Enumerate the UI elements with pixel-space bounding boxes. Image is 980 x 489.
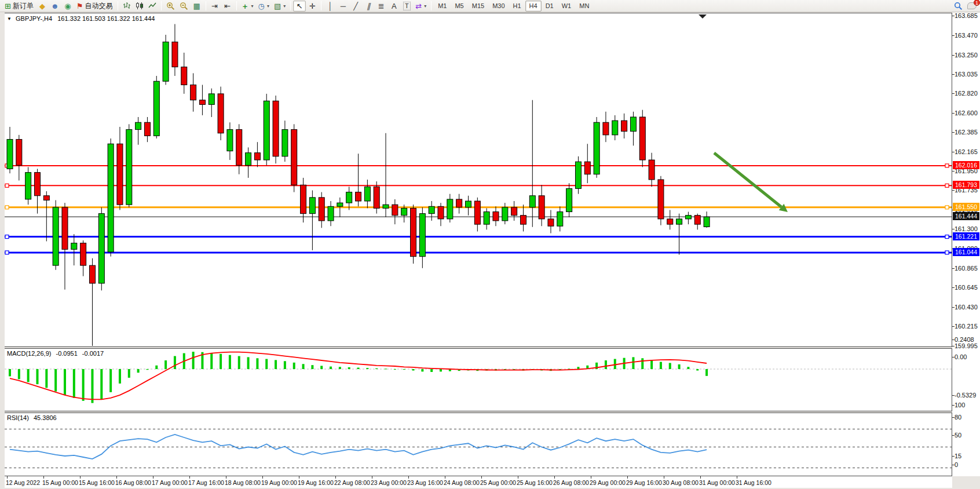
tick-mark (262, 476, 263, 479)
new-order-button[interactable]: ⊞ 新订单 (2, 1, 36, 12)
tick-mark (737, 476, 737, 479)
zoom-out-icon (180, 2, 188, 10)
chevron-down-icon: ▾ (267, 3, 269, 9)
time-tick: 23 Aug 00:00 (371, 479, 407, 486)
zoom-out-button[interactable] (177, 1, 191, 12)
accounts-button[interactable]: ☻ (49, 1, 61, 12)
cursor-tool-button[interactable]: ↖ (293, 1, 306, 12)
price-level-badge: 161.793 (953, 181, 979, 189)
macd-label: MACD(12,26,9) -0.0951 -0.0017 (7, 350, 104, 357)
new-order-icon: ⊞ (5, 2, 11, 10)
macd-panel[interactable] (5, 348, 952, 411)
cursor-icon: ↖ (297, 2, 303, 10)
tick-mark (518, 476, 518, 479)
tick-mark (627, 476, 628, 479)
price-tick: 163.685 (955, 12, 978, 19)
separator (431, 1, 432, 10)
price-panel[interactable] (5, 13, 952, 347)
price-tick: 160.430 (955, 304, 978, 311)
timeframe-d1[interactable]: D1 (542, 1, 558, 12)
timeframe-m5[interactable]: M5 (451, 1, 467, 12)
signal-button[interactable]: ◉ (61, 1, 74, 12)
notification-badge: 1 (974, 0, 980, 6)
timeframe-h1[interactable]: H1 (509, 1, 525, 12)
vertical-line-icon: │ (328, 2, 332, 10)
chart-title[interactable]: ▼ GBPJPY-,H4 161.332 161.503 161.322 161… (7, 15, 155, 22)
text-label-tool-button[interactable]: T (400, 1, 413, 12)
deposit-button[interactable]: ◆ (36, 1, 49, 12)
timeframe-m15[interactable]: M15 (468, 1, 488, 12)
time-tick: 29 Aug 00:00 (590, 479, 626, 486)
separator (290, 1, 291, 10)
autotrading-label: 自动交易 (85, 1, 113, 11)
template-icon: ▧ (274, 2, 281, 10)
vertical-line-tool-button[interactable]: │ (324, 1, 337, 12)
text-tool-button[interactable]: A (387, 1, 400, 12)
macd-signal-value: -0.0017 (82, 350, 104, 357)
auto-scroll-button[interactable]: ⇥ (209, 1, 221, 12)
price-axis[interactable]: 163.685163.470163.250163.035162.820162.6… (952, 13, 980, 476)
collapse-triangle-icon[interactable]: ▼ (7, 16, 12, 21)
time-tick: 25 Aug 00:00 (480, 479, 516, 486)
candlestick-chart-icon (136, 2, 144, 10)
fibonacci-icon: ≣ (378, 2, 385, 10)
chat-bubble-icon[interactable]: 1 (967, 2, 977, 9)
chevron-down-icon: ▾ (283, 3, 286, 9)
timeframe-m1[interactable]: M1 (434, 1, 451, 12)
trendline-tool-button[interactable]: ╱ (349, 1, 362, 12)
bar-chart-button[interactable] (120, 1, 133, 12)
chart-window: ▼ GBPJPY-,H4 161.332 161.503 161.322 161… (0, 12, 980, 489)
trendline-icon: ╱ (353, 2, 358, 10)
autotrading-button[interactable]: ⚑ 自动交易 (74, 1, 115, 12)
price-tick: 162.820 (955, 90, 978, 97)
separator (321, 1, 321, 10)
zoom-in-button[interactable] (164, 1, 177, 12)
indicators-button[interactable]: ＋ ▾ (239, 1, 256, 12)
time-tick: 18 Aug 08:00 (225, 479, 261, 486)
timeframe-h4[interactable]: H4 (525, 1, 542, 12)
rsi-panel[interactable] (5, 413, 952, 476)
channel-tool-button[interactable]: ∥ (362, 1, 375, 12)
tile-windows-icon: ▦ (193, 2, 200, 10)
time-axis[interactable]: 12 Aug 202215 Aug 00:0015 Aug 16:0016 Au… (5, 476, 952, 488)
line-chart-button[interactable] (146, 1, 159, 12)
macd-value: -0.0951 (56, 350, 77, 357)
horizontal-line-tool-button[interactable]: ─ (337, 1, 349, 12)
time-tick: 15 Aug 00:00 (42, 479, 78, 486)
periods-button[interactable]: ◷ ▾ (256, 1, 272, 12)
price-tick: 161.300 (955, 225, 978, 232)
signal-icon: ◉ (64, 2, 71, 10)
search-icon[interactable] (954, 2, 963, 10)
tick-mark (80, 476, 81, 479)
autotrading-icon: ⚑ (76, 2, 83, 10)
crosshair-tool-button[interactable]: ✛ (306, 1, 319, 12)
separator (236, 1, 237, 10)
timeframe-m30[interactable]: M30 (488, 1, 509, 12)
timeframe-w1[interactable]: W1 (558, 1, 576, 12)
price-level-badge: 161.044 (953, 248, 979, 256)
rsi-tick: 15 (955, 452, 961, 459)
time-tick: 15 Aug 16:00 (79, 479, 115, 486)
price-level-badge: 161.444 (953, 212, 979, 220)
price-tick: 162.165 (955, 148, 978, 155)
tick-mark (372, 476, 372, 479)
tick-mark (591, 476, 591, 479)
candlestick-chart-button[interactable] (133, 1, 146, 12)
auto-scroll-icon: ⇥ (211, 2, 218, 10)
price-tick: 163.250 (955, 52, 978, 59)
tick-mark (700, 476, 701, 479)
time-tick: 24 Aug 08:00 (444, 479, 480, 486)
time-tick: 31 Aug 00:00 (699, 479, 735, 486)
arrows-tool-button[interactable]: ⇄ ▾ (413, 1, 429, 12)
tick-mark (116, 476, 117, 479)
price-tick: 162.600 (955, 110, 978, 116)
tile-windows-button[interactable]: ▦ (191, 1, 203, 12)
timeframe-group: M1M5M15M30H1H4D1W1MN (434, 1, 593, 12)
time-tick: 23 Aug 16:00 (407, 479, 443, 486)
timeframe-mn[interactable]: MN (575, 1, 593, 12)
time-tick: 29 Aug 16:00 (626, 479, 662, 486)
fibonacci-tool-button[interactable]: ≣ (375, 1, 387, 12)
templates-button[interactable]: ▧ ▾ (272, 1, 288, 12)
chart-shift-button[interactable]: ⇤ (221, 1, 234, 12)
text-icon: A (392, 2, 397, 10)
